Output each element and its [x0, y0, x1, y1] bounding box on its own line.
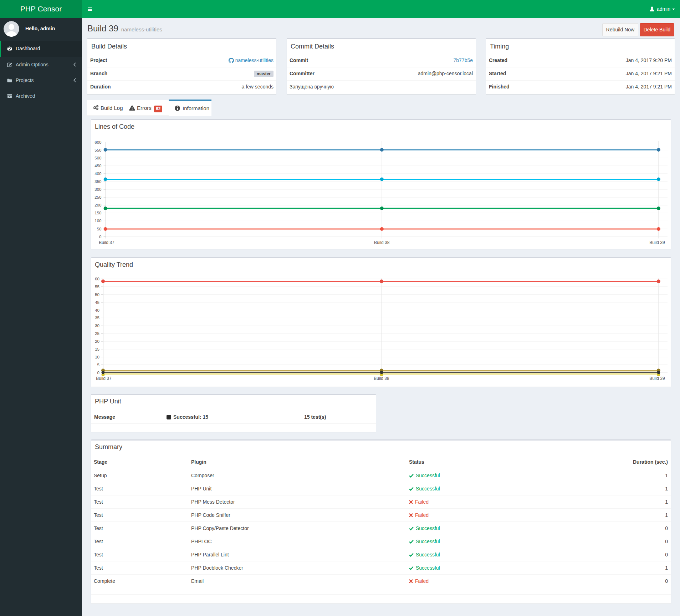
svg-text:20: 20 [95, 339, 99, 343]
svg-text:450: 450 [94, 164, 101, 168]
svg-text:550: 550 [94, 148, 101, 152]
svg-text:0: 0 [99, 235, 101, 239]
svg-text:10: 10 [95, 355, 99, 359]
svg-text:200: 200 [94, 203, 101, 207]
svg-text:150: 150 [94, 211, 101, 215]
svg-text:15: 15 [95, 347, 99, 351]
svg-text:50: 50 [95, 292, 99, 297]
svg-text:Build 39: Build 39 [649, 376, 665, 381]
svg-text:400: 400 [94, 172, 101, 176]
svg-text:Build 39: Build 39 [649, 240, 665, 245]
svg-text:25: 25 [95, 331, 99, 336]
svg-text:30: 30 [95, 324, 99, 328]
svg-text:100: 100 [94, 219, 101, 223]
svg-text:600: 600 [94, 140, 101, 144]
svg-text:55: 55 [95, 285, 99, 289]
svg-text:Build 37: Build 37 [99, 240, 114, 245]
svg-text:40: 40 [95, 308, 99, 312]
svg-text:500: 500 [94, 156, 101, 160]
svg-text:350: 350 [94, 179, 101, 184]
svg-text:50: 50 [97, 227, 102, 231]
svg-text:Build 38: Build 38 [374, 376, 389, 381]
svg-text:Build 37: Build 37 [96, 376, 112, 381]
svg-text:0: 0 [97, 371, 99, 375]
svg-text:45: 45 [95, 300, 99, 305]
svg-text:60: 60 [95, 277, 99, 281]
svg-text:5: 5 [97, 363, 99, 367]
svg-text:35: 35 [95, 316, 99, 320]
svg-text:Build 38: Build 38 [374, 240, 390, 245]
svg-text:250: 250 [94, 195, 101, 199]
svg-text:300: 300 [94, 187, 101, 192]
